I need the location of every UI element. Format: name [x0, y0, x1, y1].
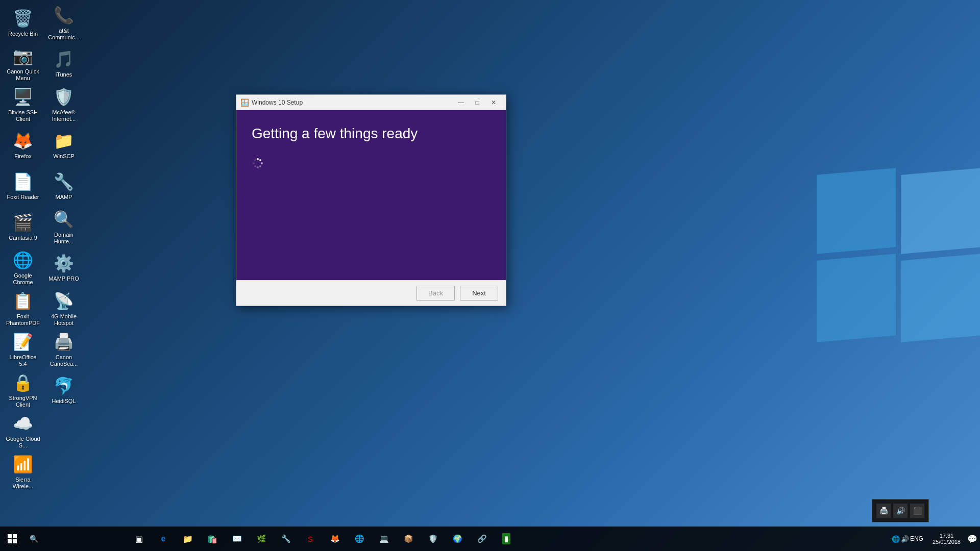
tray-icon-3[interactable]: ⬛ [910, 504, 924, 518]
icon-image-firefox: 🦊 [13, 131, 33, 151]
desktop-icon-canon-quick-menu[interactable]: 📷 Canon Quick Menu [3, 43, 43, 84]
icon-image-bitvise-ssh: 🖥️ [13, 87, 33, 107]
desktop-icon-mamp-pro[interactable]: ⚙️ MAMP PRO [43, 247, 84, 288]
desktop-icon-firefox[interactable]: 🦊 Firefox [3, 125, 43, 166]
desktop-icon-google-cloud-s[interactable]: ☁️ Google Cloud S... [3, 411, 43, 452]
window-title: Windows 10 Setup [252, 99, 450, 106]
desktop-icon-sierra-wireless[interactable]: 📶 Sierra Wirele... [3, 452, 43, 492]
desktop-icon-camtasia[interactable]: 🎬 Camtasia 9 [3, 207, 43, 247]
taskbar-edge[interactable]: e [151, 527, 176, 551]
desktop-icon-at-t-communicator[interactable]: 📞 at&t Communic... [43, 3, 84, 43]
desktop-icon-strongvpn[interactable]: 🔒 StrongVPN Client [3, 370, 43, 411]
icon-image-mcafee: 🛡️ [54, 87, 74, 107]
network-icon[interactable]: 🌐 [892, 535, 900, 543]
taskbar-something5[interactable]: 🌐 [347, 527, 372, 551]
system-clock[interactable]: 17:31 25/01/2018 [928, 533, 965, 545]
task-view-button[interactable]: ▣ [127, 527, 151, 551]
svg-point-4 [257, 166, 259, 168]
taskbar-something8[interactable]: 🛡️ [421, 527, 445, 551]
desktop-icon-winscp[interactable]: 📁 WinSCP [43, 125, 84, 166]
desktop-icon-mcafee[interactable]: 🛡️ McAfee® Internet... [43, 84, 84, 125]
icon-image-foxit-phantompdf: 📋 [13, 291, 33, 311]
icon-label-google-chrome: Google Chrome [5, 272, 41, 286]
icon-label-4g-mobile-hotspot: 4G Mobile Hotspot [46, 313, 82, 327]
maximize-button[interactable]: □ [469, 95, 485, 110]
search-icon: 🔍 [30, 535, 38, 543]
desktop-icon-itunes[interactable]: 🎵 iTunes [43, 43, 84, 84]
setup-window: 🪟 Windows 10 Setup — □ ✕ Getting a few t… [236, 94, 506, 306]
desktop-icon-google-chrome[interactable]: 🌐 Google Chrome [3, 247, 43, 288]
taskbar-something6[interactable]: 💻 [372, 527, 396, 551]
icon-label-foxit-phantompdf: Foxit PhantomPDF [5, 313, 41, 327]
taskbar-something10[interactable]: 🔗 [470, 527, 494, 551]
icon-label-strongvpn: StrongVPN Client [5, 395, 41, 408]
desktop-icon-recycle-bin[interactable]: 🗑️ Recycle Bin [3, 3, 43, 43]
desktop-icon-mamp[interactable]: 🔧 MAMP [43, 166, 84, 207]
taskbar-mail[interactable]: ✉️ [225, 527, 249, 551]
icon-label-sierra-wireless: Sierra Wirele... [5, 477, 41, 490]
taskbar: 🔍 ▣ e 📁 🛍️ ✉️ 🌿 🔧 S 🦊 🌐 💻 📦 🛡️ 🌍 🔗 ▮ 🌐 [0, 527, 980, 551]
icon-label-heidisql: HeidiSQL [52, 398, 76, 405]
window-titlebar: 🪟 Windows 10 Setup — □ ✕ [236, 95, 506, 110]
desktop-icon-bitvise-ssh[interactable]: 🖥️ Bitvise SSH Client [3, 84, 43, 125]
svg-point-2 [261, 162, 263, 164]
desktop-icon-4g-mobile-hotspot[interactable]: 📡 4G Mobile Hotspot [43, 288, 84, 329]
taskbar-something3[interactable]: S [298, 527, 323, 551]
icon-image-google-chrome: 🌐 [13, 250, 33, 270]
back-button[interactable]: Back [416, 286, 455, 300]
windows-logo-bg [791, 156, 980, 421]
next-button[interactable]: Next [460, 286, 498, 300]
desktop-icon-libreoffice[interactable]: 📝 LibreOffice 5.4 [3, 329, 43, 370]
desktop-icon-foxit-reader[interactable]: 📄 Foxit Reader [3, 166, 43, 207]
taskbar-something11[interactable]: ▮ [494, 527, 519, 551]
taskbar-something4[interactable]: 🦊 [323, 527, 347, 551]
icon-image-itunes: 🎵 [54, 49, 74, 69]
svg-point-0 [257, 158, 259, 160]
desktop-icon-heidisql[interactable]: 🐬 HeidiSQL [43, 370, 84, 411]
taskbar-file-explorer[interactable]: 📁 [176, 527, 200, 551]
close-button[interactable]: ✕ [485, 95, 502, 110]
icon-label-mamp-pro: MAMP PRO [48, 276, 79, 282]
desktop-icon-canon-canoscanner[interactable]: 🖨️ Canon CanoSca... [43, 329, 84, 370]
icon-label-canon-quick-menu: Canon Quick Menu [5, 68, 41, 82]
svg-point-5 [254, 165, 256, 167]
icon-image-heidisql: 🐬 [54, 375, 74, 396]
icon-label-recycle-bin: Recycle Bin [8, 31, 38, 37]
taskbar-store[interactable]: 🛍️ [200, 527, 225, 551]
svg-rect-8 [8, 534, 12, 538]
current-time: 17:31 [940, 533, 954, 539]
search-button[interactable]: 🔍 [24, 527, 127, 551]
tray-icon-2[interactable]: 🔊 [893, 504, 908, 518]
icon-label-google-cloud-s: Google Cloud S... [5, 436, 41, 449]
start-button[interactable] [0, 527, 24, 551]
icon-label-winscp: WinSCP [53, 153, 75, 160]
icon-image-recycle-bin: 🗑️ [13, 8, 33, 29]
sys-tray-popup: 🖨️ 🔊 ⬛ [872, 499, 929, 522]
taskbar-something9[interactable]: 🌍 [445, 527, 470, 551]
system-tray-icons: 🌐 🔊 ENG [889, 535, 926, 543]
icon-image-google-cloud-s: ☁️ [13, 413, 33, 434]
svg-point-3 [259, 165, 261, 167]
notifications-icon[interactable]: 💬 [967, 534, 977, 544]
icon-image-libreoffice: 📝 [13, 332, 33, 352]
icon-image-winscp: 📁 [54, 131, 74, 151]
volume-icon[interactable]: 🔊 [901, 535, 909, 543]
svg-point-1 [259, 159, 261, 161]
icon-label-mamp: MAMP [56, 194, 72, 201]
icon-label-at-t-communicator: at&t Communic... [46, 28, 82, 41]
icon-image-strongvpn: 🔒 [13, 372, 33, 393]
taskbar-something2[interactable]: 🔧 [274, 527, 298, 551]
icon-image-canon-quick-menu: 📷 [13, 46, 33, 66]
icon-image-camtasia: 🎬 [13, 212, 33, 233]
current-date: 25/01/2018 [933, 539, 961, 545]
taskbar-something1[interactable]: 🌿 [249, 527, 274, 551]
icon-label-canon-canoscanner: Canon CanoSca... [46, 354, 82, 367]
minimize-button[interactable]: — [453, 95, 469, 110]
desktop-icon-foxit-phantompdf[interactable]: 📋 Foxit PhantomPDF [3, 288, 43, 329]
taskbar-something7[interactable]: 📦 [396, 527, 421, 551]
desktop-icon-domain-hunter[interactable]: 🔍 Domain Hunte... [43, 207, 84, 247]
tray-icon-1[interactable]: 🖨️ [876, 504, 891, 518]
svg-rect-9 [13, 534, 17, 538]
desktop-icons-container: 🗑️ Recycle Bin 📷 Canon Quick Menu 🖥️ Bit… [0, 0, 102, 527]
loading-spinner [252, 157, 264, 169]
